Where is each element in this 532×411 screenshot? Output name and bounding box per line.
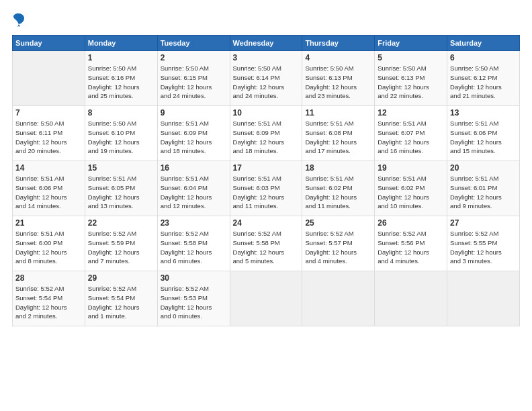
- day-number: 4: [305, 53, 371, 62]
- day-info: Sunrise: 5:51 AMSunset: 6:09 PMDaylight:…: [161, 119, 227, 156]
- day-number: 10: [233, 108, 300, 118]
- day-number: 27: [450, 218, 517, 228]
- day-info: Sunrise: 5:50 AMSunset: 6:15 PMDaylight:…: [161, 64, 227, 101]
- day-number: 29: [88, 273, 154, 283]
- day-info: Sunrise: 5:52 AMSunset: 5:54 PMDaylight:…: [15, 284, 82, 321]
- day-number: 8: [88, 108, 154, 118]
- day-info: Sunrise: 5:51 AMSunset: 6:02 PMDaylight:…: [378, 174, 444, 211]
- day-info: Sunrise: 5:51 AMSunset: 6:09 PMDaylight:…: [233, 119, 300, 156]
- calendar-cell: 22Sunrise: 5:52 AMSunset: 5:59 PMDayligh…: [85, 216, 157, 271]
- day-info: Sunrise: 5:50 AMSunset: 6:11 PMDaylight:…: [15, 119, 82, 156]
- day-number: 1: [88, 53, 154, 62]
- day-number: 6: [450, 53, 517, 62]
- day-number: 21: [15, 218, 82, 228]
- calendar-week-3: 14Sunrise: 5:51 AMSunset: 6:06 PMDayligh…: [13, 161, 520, 216]
- day-info: Sunrise: 5:51 AMSunset: 6:03 PMDaylight:…: [233, 174, 300, 211]
- day-info: Sunrise: 5:51 AMSunset: 6:08 PMDaylight:…: [305, 119, 371, 156]
- day-info: Sunrise: 5:52 AMSunset: 5:56 PMDaylight:…: [378, 229, 444, 266]
- day-number: 26: [378, 218, 444, 228]
- day-number: 16: [161, 163, 227, 173]
- day-number: 5: [378, 53, 444, 62]
- day-number: 24: [233, 218, 300, 228]
- day-number: 7: [15, 108, 82, 118]
- day-number: 20: [450, 163, 517, 173]
- day-info: Sunrise: 5:50 AMSunset: 6:13 PMDaylight:…: [305, 64, 371, 101]
- calendar-cell: [375, 271, 447, 326]
- calendar-cell: 5Sunrise: 5:50 AMSunset: 6:13 PMDaylight…: [375, 51, 447, 106]
- day-info: Sunrise: 5:52 AMSunset: 5:54 PMDaylight:…: [88, 284, 154, 321]
- calendar-cell: 12Sunrise: 5:51 AMSunset: 6:07 PMDayligh…: [375, 106, 447, 161]
- day-info: Sunrise: 5:52 AMSunset: 5:55 PMDaylight:…: [450, 229, 517, 266]
- calendar-cell: 19Sunrise: 5:51 AMSunset: 6:02 PMDayligh…: [375, 161, 447, 216]
- page: SundayMondayTuesdayWednesdayThursdayFrid…: [0, 0, 532, 411]
- weekday-header-row: SundayMondayTuesdayWednesdayThursdayFrid…: [13, 36, 520, 51]
- day-number: 15: [88, 163, 154, 173]
- logo-bird-icon: [12, 12, 26, 28]
- calendar-cell: 27Sunrise: 5:52 AMSunset: 5:55 PMDayligh…: [447, 216, 520, 271]
- calendar-week-1: 1Sunrise: 5:50 AMSunset: 6:16 PMDaylight…: [13, 51, 520, 106]
- calendar-cell: 9Sunrise: 5:51 AMSunset: 6:09 PMDaylight…: [157, 106, 230, 161]
- day-number: 28: [15, 273, 82, 283]
- day-number: 23: [161, 218, 227, 228]
- calendar-cell: 2Sunrise: 5:50 AMSunset: 6:15 PMDaylight…: [157, 51, 230, 106]
- day-info: Sunrise: 5:50 AMSunset: 6:14 PMDaylight:…: [233, 64, 300, 101]
- day-info: Sunrise: 5:51 AMSunset: 6:05 PMDaylight:…: [88, 174, 154, 211]
- day-number: 14: [15, 163, 82, 173]
- calendar-cell: 16Sunrise: 5:51 AMSunset: 6:04 PMDayligh…: [157, 161, 230, 216]
- day-info: Sunrise: 5:51 AMSunset: 6:07 PMDaylight:…: [378, 119, 444, 156]
- day-info: Sunrise: 5:51 AMSunset: 6:01 PMDaylight:…: [450, 174, 517, 211]
- day-number: 22: [88, 218, 154, 228]
- day-info: Sunrise: 5:50 AMSunset: 6:12 PMDaylight:…: [450, 64, 517, 101]
- day-info: Sunrise: 5:52 AMSunset: 5:57 PMDaylight:…: [305, 229, 371, 266]
- header: [12, 12, 520, 28]
- day-number: 25: [305, 218, 371, 228]
- day-number: 2: [161, 53, 227, 62]
- calendar-cell: [302, 271, 375, 326]
- weekday-friday: Friday: [375, 36, 447, 51]
- day-info: Sunrise: 5:50 AMSunset: 6:16 PMDaylight:…: [88, 64, 154, 101]
- day-info: Sunrise: 5:52 AMSunset: 5:53 PMDaylight:…: [161, 284, 227, 321]
- day-info: Sunrise: 5:52 AMSunset: 5:59 PMDaylight:…: [88, 229, 154, 266]
- calendar-cell: 25Sunrise: 5:52 AMSunset: 5:57 PMDayligh…: [302, 216, 375, 271]
- calendar-cell: 1Sunrise: 5:50 AMSunset: 6:16 PMDaylight…: [85, 51, 157, 106]
- weekday-monday: Monday: [85, 36, 157, 51]
- day-number: 3: [233, 53, 300, 62]
- calendar-cell: 18Sunrise: 5:51 AMSunset: 6:02 PMDayligh…: [302, 161, 375, 216]
- day-number: 17: [233, 163, 300, 173]
- day-number: 9: [161, 108, 227, 118]
- weekday-sunday: Sunday: [13, 36, 85, 51]
- calendar-cell: 14Sunrise: 5:51 AMSunset: 6:06 PMDayligh…: [13, 161, 85, 216]
- day-number: 18: [305, 163, 371, 173]
- calendar-cell: 3Sunrise: 5:50 AMSunset: 6:14 PMDaylight…: [230, 51, 302, 106]
- calendar-cell: 8Sunrise: 5:50 AMSunset: 6:10 PMDaylight…: [85, 106, 157, 161]
- calendar-cell: 28Sunrise: 5:52 AMSunset: 5:54 PMDayligh…: [13, 271, 85, 326]
- calendar-cell: 23Sunrise: 5:52 AMSunset: 5:58 PMDayligh…: [157, 216, 230, 271]
- calendar-cell: 29Sunrise: 5:52 AMSunset: 5:54 PMDayligh…: [85, 271, 157, 326]
- logo: [12, 12, 27, 28]
- day-info: Sunrise: 5:51 AMSunset: 6:04 PMDaylight:…: [161, 174, 227, 211]
- calendar-cell: 26Sunrise: 5:52 AMSunset: 5:56 PMDayligh…: [375, 216, 447, 271]
- calendar-cell: 20Sunrise: 5:51 AMSunset: 6:01 PMDayligh…: [447, 161, 520, 216]
- calendar-cell: [230, 271, 302, 326]
- calendar-cell: 6Sunrise: 5:50 AMSunset: 6:12 PMDaylight…: [447, 51, 520, 106]
- day-info: Sunrise: 5:50 AMSunset: 6:10 PMDaylight:…: [88, 119, 154, 156]
- day-info: Sunrise: 5:51 AMSunset: 6:06 PMDaylight:…: [15, 174, 82, 211]
- calendar-cell: [447, 271, 520, 326]
- calendar-cell: 17Sunrise: 5:51 AMSunset: 6:03 PMDayligh…: [230, 161, 302, 216]
- calendar-cell: 4Sunrise: 5:50 AMSunset: 6:13 PMDaylight…: [302, 51, 375, 106]
- calendar-cell: 10Sunrise: 5:51 AMSunset: 6:09 PMDayligh…: [230, 106, 302, 161]
- day-number: 30: [161, 273, 227, 283]
- day-info: Sunrise: 5:52 AMSunset: 5:58 PMDaylight:…: [233, 229, 300, 266]
- calendar-cell: [13, 51, 85, 106]
- weekday-wednesday: Wednesday: [230, 36, 302, 51]
- calendar-cell: 15Sunrise: 5:51 AMSunset: 6:05 PMDayligh…: [85, 161, 157, 216]
- weekday-saturday: Saturday: [447, 36, 520, 51]
- day-info: Sunrise: 5:51 AMSunset: 6:00 PMDaylight:…: [15, 229, 82, 266]
- day-number: 11: [305, 108, 371, 118]
- day-number: 19: [378, 163, 444, 173]
- day-info: Sunrise: 5:51 AMSunset: 6:02 PMDaylight:…: [305, 174, 371, 211]
- calendar-table: SundayMondayTuesdayWednesdayThursdayFrid…: [12, 35, 520, 326]
- calendar-cell: 11Sunrise: 5:51 AMSunset: 6:08 PMDayligh…: [302, 106, 375, 161]
- calendar-week-2: 7Sunrise: 5:50 AMSunset: 6:11 PMDaylight…: [13, 106, 520, 161]
- day-info: Sunrise: 5:52 AMSunset: 5:58 PMDaylight:…: [161, 229, 227, 266]
